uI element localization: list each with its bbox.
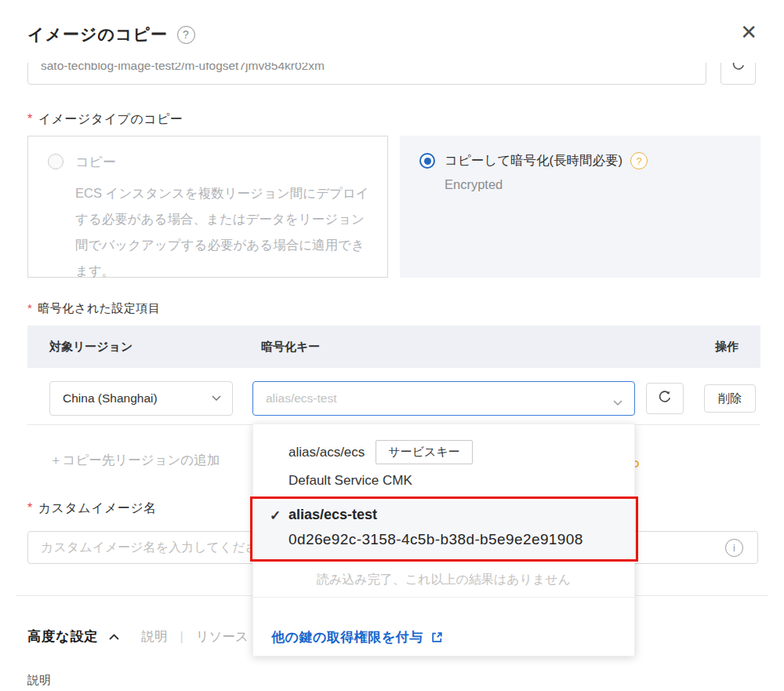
custom-image-name-label: *カスタムイメージ名 (27, 500, 157, 517)
service-key-name: alias/acs/ecs (289, 445, 365, 460)
encrypt-help-icon[interactable]: ? (630, 152, 648, 169)
option-card-copy: コピー ECS インスタンスを複数リージョン間にデプロイする必要がある場合、また… (27, 136, 388, 278)
key-dropdown-panel: alias/acs/ecs サービスキー Default Service CMK… (252, 424, 635, 656)
encryption-settings-label: *暗号化された設定項目 (27, 301, 160, 316)
source-image-field-clip: sato-techblog-image-test2/m-ufogset7jmv8… (27, 63, 708, 85)
service-key-description: Default Service CMK (289, 473, 412, 489)
delete-button[interactable]: 削除 (704, 384, 756, 413)
source-refresh-button[interactable] (720, 63, 756, 85)
dropdown-option-service-key[interactable]: alias/acs/ecs サービスキー (289, 440, 473, 464)
tab-separator: | (180, 629, 183, 644)
copy-option-label: コピー (75, 153, 116, 171)
table-row: China (Shanghai) 削除 (27, 368, 760, 425)
required-asterisk: * (27, 112, 33, 125)
selected-key-name: alias/ecs-test (289, 507, 377, 523)
chevron-down-icon (212, 395, 221, 402)
tab-resource[interactable]: リソース (196, 628, 249, 646)
required-asterisk: * (27, 301, 32, 315)
encrypt-option-sublabel: Encrypted (445, 177, 503, 192)
advanced-settings-row: 高度な設定 説明 | リソース (27, 627, 249, 646)
tab-description[interactable]: 説明 (141, 628, 167, 646)
description-field-label: 説明 (27, 673, 51, 688)
radio-copy-disabled (48, 154, 64, 169)
chevron-down-icon (613, 395, 622, 409)
close-icon[interactable]: ✕ (740, 22, 757, 42)
column-header-region: 対象リージョン (49, 340, 261, 355)
source-refresh-clip (720, 63, 756, 85)
column-header-key: 暗号化キー (261, 340, 684, 355)
dialog-header: イメージのコピー ? (27, 24, 195, 45)
region-select[interactable]: China (Shanghai) (49, 381, 233, 416)
source-image-select[interactable]: sato-techblog-image-test2/m-ufogset7jmv8… (27, 63, 706, 85)
grant-key-permission-link[interactable]: 他の鍵の取得権限を付与 (271, 628, 444, 646)
encrypt-option-label-row: コピーして暗号化(長時間必要) ? (445, 152, 648, 169)
selected-key-id: 0d26e92c-3158-4c5b-b38d-b5e9e2e91908 (289, 531, 636, 548)
required-asterisk: * (27, 501, 33, 515)
external-link-icon (430, 631, 444, 644)
column-header-action: 操作 (684, 340, 739, 355)
dropdown-end-message: 読み込み完了、これ以上の結果はありません (253, 572, 634, 588)
refresh-icon (731, 63, 746, 75)
radio-encrypt-selected[interactable] (419, 153, 435, 169)
encryption-key-input[interactable] (252, 381, 635, 416)
encrypt-option-label: コピーして暗号化(長時間必要) (445, 152, 622, 169)
chevron-down-icon (677, 70, 687, 85)
service-key-tag: サービスキー (376, 440, 472, 464)
info-icon[interactable]: i (725, 539, 743, 557)
key-refresh-button[interactable] (646, 383, 684, 414)
region-select-value: China (Shanghai) (63, 391, 212, 406)
refresh-icon (657, 389, 673, 408)
dialog-title: イメージのコピー (27, 24, 168, 45)
source-image-value: sato-techblog-image-test2/m-ufogset7jmv8… (41, 63, 325, 72)
advanced-settings-toggle[interactable]: 高度な設定 (27, 627, 119, 646)
chevron-up-icon (109, 634, 119, 640)
copy-option-description: ECS インスタンスを複数リージョン間にデプロイする必要がある場合、またはデータ… (75, 180, 375, 284)
check-icon: ✓ (270, 507, 281, 524)
table-header: 対象リージョン 暗号化キー 操作 (27, 325, 760, 368)
title-help-icon[interactable]: ? (177, 26, 195, 44)
advanced-tabs: 説明 | リソース (141, 628, 248, 646)
dropdown-divider (253, 597, 634, 598)
option-card-encrypt[interactable]: コピーして暗号化(長時間必要) ? Encrypted (400, 136, 760, 278)
image-type-label: *イメージタイプのコピー (27, 111, 183, 128)
add-region-link[interactable]: ＋コピー先リージョンの追加 (49, 452, 220, 469)
dropdown-option-selected[interactable]: ✓ alias/ecs-test 0d26e92c-3158-4c5b-b38d… (253, 500, 634, 560)
